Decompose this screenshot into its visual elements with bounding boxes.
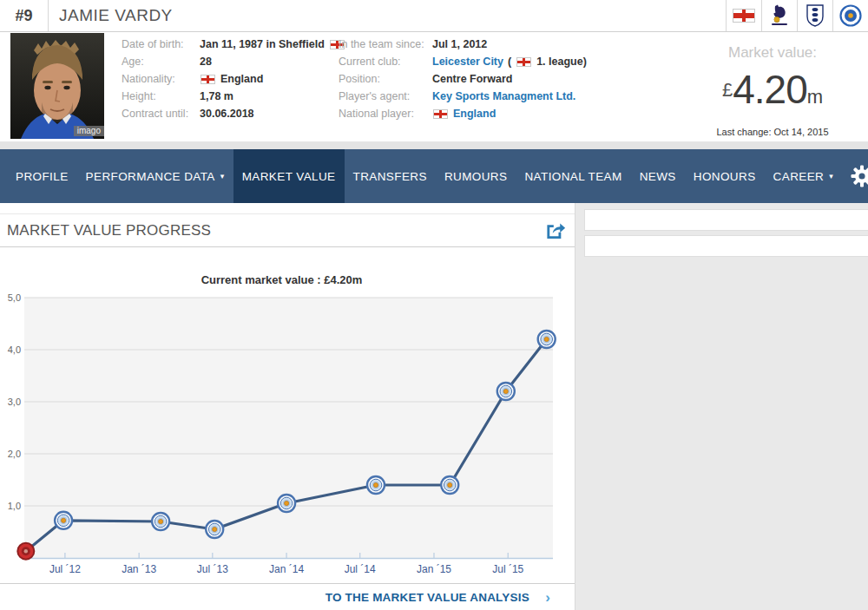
tab-performance-data[interactable]: PERFORMANCE DATA▾ bbox=[77, 149, 233, 203]
shirt-number: #9 bbox=[0, 0, 49, 31]
page-title-player-name: JAMIE VARDY bbox=[59, 0, 173, 31]
tab-market-value[interactable]: MARKET VALUE bbox=[233, 149, 345, 203]
player-profile-page: #9 JAMIE VARDY bbox=[0, 0, 868, 610]
market-value-progress-panel: MARKET VALUE PROGRESS Current market val… bbox=[0, 203, 575, 610]
fact-in-team-since: In the team since: Jul 1, 2012 bbox=[339, 36, 587, 53]
y-axis-tick-label: 3,0 bbox=[8, 397, 21, 407]
market-value-amount: £4.20m bbox=[677, 69, 868, 120]
header-badges bbox=[726, 0, 868, 31]
x-axis-tick-label: Jul ´14 bbox=[345, 563, 376, 575]
market-value-label: Market value: bbox=[677, 44, 868, 62]
tab-national-team[interactable]: NATIONAL TEAM bbox=[516, 149, 630, 203]
fa-three-lions-logo-icon[interactable] bbox=[797, 0, 832, 31]
section-header: MARKET VALUE PROGRESS bbox=[0, 213, 575, 247]
share-button[interactable] bbox=[545, 221, 566, 240]
england-flag-icon bbox=[201, 75, 215, 84]
right-sidebar bbox=[575, 203, 868, 610]
main-nav: PROFILE PERFORMANCE DATA▾ MARKET VALUE T… bbox=[0, 149, 868, 203]
data-point-leicester-city[interactable] bbox=[206, 521, 223, 538]
section-title: MARKET VALUE PROGRESS bbox=[7, 214, 211, 247]
market-value-last-change: Last change: Oct 14, 2015 bbox=[677, 127, 868, 137]
fact-players-agent: Player's agent: Key Sports Managment Ltd… bbox=[339, 88, 587, 105]
facts-right-column: In the team since: Jul 1, 2012 Current c… bbox=[339, 36, 587, 122]
y-axis-tick-label: 5,0 bbox=[8, 292, 21, 303]
imago-watermark: imago bbox=[74, 126, 104, 136]
chart-footer: TO THE MARKET VALUE ANALYSIS › bbox=[0, 583, 575, 610]
tab-news[interactable]: NEWS bbox=[631, 149, 685, 203]
player-portrait-image bbox=[10, 33, 104, 139]
chevron-down-icon: ▾ bbox=[220, 172, 225, 180]
divider-strip bbox=[0, 141, 868, 149]
share-icon bbox=[545, 221, 566, 240]
market-value-analysis-link[interactable]: TO THE MARKET VALUE ANALYSIS bbox=[326, 591, 529, 604]
tab-transfers[interactable]: TRANSFERS bbox=[345, 149, 436, 203]
x-axis-tick-label: Jan ´14 bbox=[269, 563, 304, 575]
england-flag-icon bbox=[516, 57, 531, 67]
facts-left-column: Date of birth: Jan 11, 1987 in Sheffield… bbox=[122, 36, 345, 122]
top-header: #9 JAMIE VARDY bbox=[0, 0, 868, 32]
sidebar-placeholder-bar bbox=[584, 235, 868, 257]
market-value-chart: Current market value : £4.20m5,04,03,02,… bbox=[0, 257, 575, 583]
x-axis-tick-label: Jan ´15 bbox=[417, 563, 451, 575]
player-info-section: imago Date of birth: Jan 11, 1987 in She… bbox=[0, 32, 868, 141]
fact-date-of-birth: Date of birth: Jan 11, 1987 in Sheffield bbox=[122, 36, 345, 53]
data-point-leicester-city[interactable] bbox=[55, 512, 72, 529]
market-value-box: Market value: £4.20m Last change: Oct 14… bbox=[677, 32, 868, 141]
chart-title: Current market value : £4.20m bbox=[201, 273, 363, 286]
chevron-right-icon: › bbox=[545, 589, 550, 606]
settings-menu-button[interactable]: ▾ bbox=[842, 149, 868, 203]
data-point-leicester-city[interactable] bbox=[367, 476, 385, 494]
players-agent-link[interactable]: Key Sports Managment Ltd. bbox=[432, 90, 575, 102]
data-point-leicester-city[interactable] bbox=[278, 495, 295, 512]
tab-profile[interactable]: PROFILE bbox=[7, 149, 77, 203]
tab-career[interactable]: CAREER▾ bbox=[765, 149, 843, 203]
data-point-leicester-city[interactable] bbox=[497, 383, 515, 400]
current-club-link[interactable]: Leicester City bbox=[432, 56, 503, 68]
england-flag-icon bbox=[433, 109, 448, 119]
y-axis-tick-label: 1,0 bbox=[8, 501, 21, 511]
tab-rumours[interactable]: RUMOURS bbox=[436, 149, 516, 203]
fact-position: Position: Centre Forward bbox=[339, 70, 587, 88]
fact-nationality: Nationality: England bbox=[122, 70, 345, 88]
x-axis-tick-label: Jul ´13 bbox=[197, 563, 228, 575]
gear-icon bbox=[851, 165, 868, 187]
tab-honours[interactable]: HONOURS bbox=[685, 149, 765, 203]
plot-area bbox=[24, 298, 553, 558]
data-point-leicester-city[interactable] bbox=[152, 513, 169, 530]
fact-contract-until: Contract until: 30.06.2018 bbox=[122, 105, 345, 122]
data-point-leicester-city[interactable] bbox=[538, 331, 556, 348]
fact-current-club: Current club: Leicester City ( 1. league… bbox=[339, 53, 587, 70]
fact-national-player: National player: England bbox=[339, 105, 587, 122]
y-axis-tick-label: 4,0 bbox=[8, 344, 21, 355]
sidebar-placeholder-bar bbox=[584, 209, 868, 231]
premier-league-logo-icon[interactable] bbox=[761, 0, 797, 31]
y-axis-tick-label: 2,0 bbox=[8, 449, 21, 459]
leicester-city-badge-icon[interactable] bbox=[832, 0, 868, 31]
england-flag-icon[interactable] bbox=[726, 0, 761, 31]
x-axis-tick-label: Jan ´13 bbox=[122, 563, 156, 575]
national-player-link[interactable]: England bbox=[453, 108, 496, 120]
fact-height: Height: 1,78 m bbox=[122, 88, 345, 105]
chevron-down-icon: ▾ bbox=[829, 172, 833, 180]
x-axis-tick-label: Jul ´15 bbox=[492, 563, 523, 575]
fact-age: Age: 28 bbox=[122, 53, 345, 70]
player-photo: imago bbox=[10, 33, 104, 139]
x-axis-tick-label: Jul ´12 bbox=[49, 563, 81, 575]
data-point-leicester-city[interactable] bbox=[441, 476, 458, 494]
data-point-fleetwood-town[interactable] bbox=[17, 543, 34, 560]
